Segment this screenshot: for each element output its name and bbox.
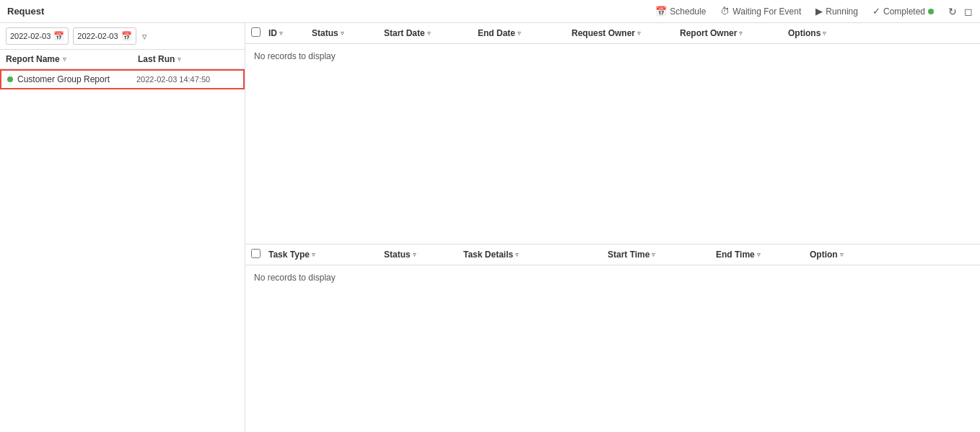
lower-table-header: Task Type ▿ Status ▿ Task Details ▿ Star… <box>245 244 980 265</box>
last-run-filter-icon[interactable]: ▿ <box>178 56 181 63</box>
col-report-name-header: Report Name ▿ <box>6 54 138 64</box>
lower-no-records: No records to display <box>245 265 980 290</box>
report-list: Customer Group Report 2022-02-03 14:47:5… <box>0 69 245 432</box>
calendar-from-icon: 📅 <box>53 31 64 41</box>
running-icon: ▶ <box>815 6 823 17</box>
taskdetails-filter-icon[interactable]: ▿ <box>515 251 519 258</box>
running-tab[interactable]: ▶ Running <box>815 6 858 17</box>
id-label: ID <box>268 28 277 38</box>
col-id-header: ID ▿ <box>268 28 312 38</box>
col-tasktype-header: Task Type ▿ <box>268 250 384 260</box>
waiting-tab[interactable]: ⏱ Waiting For Event <box>720 6 801 17</box>
report-name-label: Report Name <box>6 54 60 64</box>
main-layout: 2022-02-03 📅 2022-02-03 📅 ▿ Report Name … <box>0 23 980 432</box>
expand-icon[interactable]: ◻ <box>964 6 973 17</box>
upper-no-records: No records to display <box>245 44 980 69</box>
clock-icon: ⏱ <box>720 6 730 17</box>
request-owner-label: Request Owner <box>572 28 635 38</box>
check-icon: ✓ <box>872 6 880 17</box>
report-owner-label: Report Owner <box>680 28 737 38</box>
repowner-filter-icon[interactable]: ▿ <box>739 30 743 37</box>
options-filter-icon[interactable]: ▿ <box>823 30 826 37</box>
upper-checkbox-col <box>251 27 268 39</box>
end-date-label: End Date <box>478 28 515 38</box>
completed-tab[interactable]: ✓ Completed <box>872 6 934 17</box>
date-filter-icon[interactable]: ▿ <box>142 31 147 42</box>
lower-select-all[interactable] <box>251 249 261 258</box>
top-bar: Request 📅 Schedule ⏱ Waiting For Event ▶… <box>0 0 980 23</box>
col-endtime-header: End Time ▿ <box>716 250 810 260</box>
calendar-to-icon: 📅 <box>121 31 132 41</box>
report-item-name: Customer Group Report <box>17 74 136 84</box>
page-title: Request <box>7 6 44 17</box>
id-filter-icon[interactable]: ▿ <box>279 30 283 37</box>
schedule-icon: 📅 <box>655 6 667 17</box>
status-filter-icon[interactable]: ▿ <box>341 30 344 37</box>
last-run-label: Last Run <box>138 54 175 64</box>
col-taskdetails-header: Task Details ▿ <box>463 250 608 260</box>
status-label: Status <box>312 28 338 38</box>
date-from-value: 2022-02-03 <box>10 32 51 40</box>
date-from-input[interactable]: 2022-02-03 📅 <box>6 27 69 45</box>
reqowner-filter-icon[interactable]: ▿ <box>637 30 641 37</box>
options-label: Options <box>788 28 821 38</box>
task-type-label: Task Type <box>268 250 310 260</box>
col-enddate-header: End Date ▿ <box>478 28 572 38</box>
col-status2-header: Status ▿ <box>384 250 463 260</box>
lower-table-container: Task Type ▿ Status ▿ Task Details ▿ Star… <box>245 244 980 432</box>
option-filter-icon[interactable]: ▿ <box>840 251 844 258</box>
right-panel: ID ▿ Status ▿ Start Date ▿ End Date ▿ Re… <box>245 23 980 432</box>
enddate-filter-icon[interactable]: ▿ <box>517 30 521 37</box>
waiting-label: Waiting For Event <box>732 6 801 17</box>
starttime-filter-icon[interactable]: ▿ <box>652 251 655 258</box>
upper-table-container: ID ▿ Status ▿ Start Date ▿ End Date ▿ Re… <box>245 23 980 244</box>
top-bar-icon-group: ↻ ◻ <box>948 6 973 17</box>
col-option-header: Option ▿ <box>810 250 974 260</box>
col-last-run-header: Last Run ▿ <box>138 54 239 64</box>
report-item[interactable]: Customer Group Report 2022-02-03 14:47:5… <box>0 69 245 89</box>
completed-label: Completed <box>883 6 925 17</box>
col-options-header: Options ▿ <box>788 28 974 38</box>
schedule-label: Schedule <box>670 6 706 17</box>
start-date-label: Start Date <box>384 28 425 38</box>
running-label: Running <box>826 6 858 17</box>
start-time-label: Start Time <box>608 250 649 260</box>
left-panel: 2022-02-03 📅 2022-02-03 📅 ▿ Report Name … <box>0 23 245 432</box>
col-status-header: Status ▿ <box>312 28 384 38</box>
top-bar-actions: 📅 Schedule ⏱ Waiting For Event ▶ Running… <box>655 6 934 17</box>
upper-select-all[interactable] <box>251 27 261 37</box>
endtime-filter-icon[interactable]: ▿ <box>757 251 761 258</box>
tasktype-filter-icon[interactable]: ▿ <box>312 251 315 258</box>
left-table-header: Report Name ▿ Last Run ▿ <box>0 50 245 69</box>
refresh-icon[interactable]: ↻ <box>948 6 957 17</box>
date-to-value: 2022-02-03 <box>77 32 118 40</box>
completed-dot <box>928 9 934 14</box>
upper-table-header: ID ▿ Status ▿ Start Date ▿ End Date ▿ Re… <box>245 23 980 44</box>
col-repowner-header: Report Owner ▿ <box>680 28 788 38</box>
report-status-dot <box>7 76 13 82</box>
end-time-label: End Time <box>716 250 755 260</box>
date-filter-row: 2022-02-03 📅 2022-02-03 📅 ▿ <box>0 23 245 50</box>
col-reqowner-header: Request Owner ▿ <box>572 28 680 38</box>
status2-label: Status <box>384 250 411 260</box>
task-details-label: Task Details <box>463 250 513 260</box>
date-to-input[interactable]: 2022-02-03 📅 <box>73 27 136 45</box>
option-label: Option <box>810 250 838 260</box>
lower-checkbox-col <box>251 249 268 260</box>
report-name-filter-icon[interactable]: ▿ <box>63 56 66 63</box>
startdate-filter-icon[interactable]: ▿ <box>427 30 431 37</box>
col-startdate-header: Start Date ▿ <box>384 28 478 38</box>
col-starttime-header: Start Time ▿ <box>608 250 716 260</box>
report-item-lastrun: 2022-02-03 14:47:50 <box>136 75 237 84</box>
status2-filter-icon[interactable]: ▿ <box>413 251 416 258</box>
schedule-tab[interactable]: 📅 Schedule <box>655 6 706 17</box>
